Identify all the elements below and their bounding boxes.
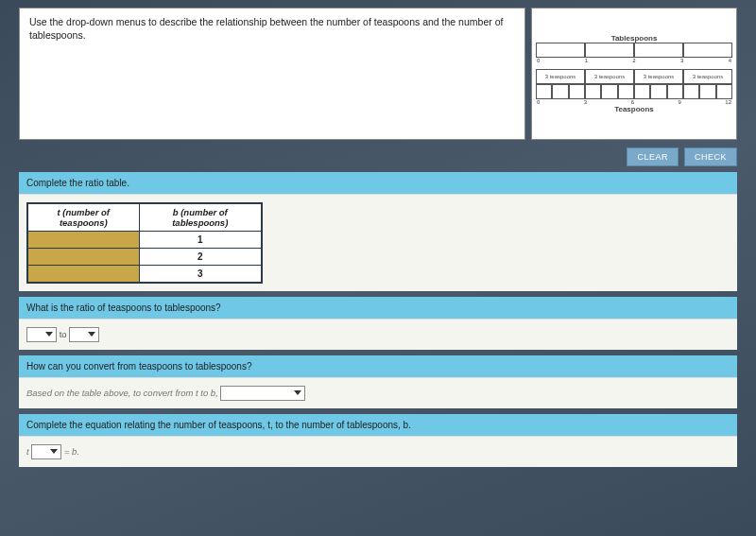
chevron-down-icon — [294, 390, 301, 395]
col-header-b: b (number of tablespoons) — [139, 203, 262, 232]
chevron-down-icon — [88, 332, 95, 337]
q3-hint: Based on the table above, to convert fro… — [26, 387, 218, 397]
b-value-2: 2 — [139, 249, 262, 266]
diagram-top-label: Tablespoons — [536, 34, 732, 43]
teaspoon-cell — [634, 84, 650, 99]
ratio-table: t (number of teaspoons) b (number of tab… — [26, 202, 263, 284]
ratio-dropdown-1[interactable] — [26, 327, 57, 342]
teaspoon-cell — [536, 84, 552, 99]
teaspoon-cell — [650, 84, 666, 99]
q4-header: Complete the equation relating the numbe… — [19, 414, 737, 436]
chevron-down-icon — [50, 449, 58, 454]
tablespoon-cell — [634, 43, 683, 58]
teaspoon-group-cell: 3 teaspoons — [683, 69, 732, 84]
q4-lhs: t — [26, 445, 29, 456]
t-input-3[interactable] — [27, 266, 139, 283]
teaspoon-cell — [569, 84, 585, 99]
chevron-down-icon — [45, 332, 53, 337]
q2-header: What is the ratio of teaspoons to tables… — [19, 297, 737, 319]
q1-header: Complete the ratio table. — [19, 172, 737, 194]
ratio-dropdown-2[interactable] — [69, 327, 99, 342]
teaspoon-group-cell: 3 teaspoons — [536, 69, 585, 84]
tablespoon-cell — [536, 43, 585, 58]
b-value-1: 1 — [139, 232, 262, 249]
t-input-1[interactable] — [27, 232, 139, 249]
equation-dropdown[interactable] — [31, 444, 61, 459]
tablespoon-cell — [585, 43, 634, 58]
q3-header: How can you convert from teaspoons to ta… — [19, 355, 737, 377]
teaspoon-cell — [552, 84, 568, 99]
clear-button[interactable]: CLEAR — [627, 147, 679, 166]
teaspoon-cell — [667, 84, 683, 99]
teaspoon-cell — [716, 84, 732, 99]
convert-dropdown[interactable] — [220, 386, 305, 401]
teaspoon-cell — [683, 84, 699, 99]
teaspoon-group-cell: 3 teaspoons — [585, 69, 634, 84]
diagram-bottom-label: Teaspoons — [536, 105, 732, 113]
teaspoon-cell — [699, 84, 715, 99]
q4-eq: = b. — [64, 445, 79, 456]
teaspoon-group-cell: 3 teaspoons — [634, 69, 683, 84]
instruction-text: Use the drop-down menus to describe the … — [19, 8, 525, 140]
b-value-3: 3 — [139, 266, 262, 283]
col-header-t: t (number of teaspoons) — [27, 203, 139, 232]
t-input-2[interactable] — [27, 249, 139, 266]
to-text: to — [60, 328, 67, 338]
tablespoon-cell — [683, 43, 732, 58]
teaspoon-cell — [601, 84, 617, 99]
check-button[interactable]: CHECK — [684, 147, 737, 166]
tape-diagram: Tablespoons 0 1 2 3 4 3 teaspoons 3 teas… — [531, 8, 737, 140]
teaspoon-cell — [618, 84, 634, 99]
teaspoon-cell — [585, 84, 601, 99]
